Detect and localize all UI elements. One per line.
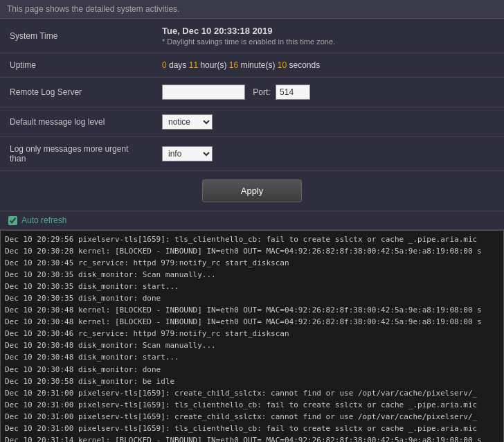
log-line: Dec 10 20:30:35 disk_monitor: done (5, 292, 499, 304)
system-time-value-cell: Tue, Dec 10 20:33:18 2019 * Daylight sav… (152, 19, 504, 53)
apply-row: Apply (0, 171, 504, 211)
log-line: Dec 10 20:30:48 disk_monitor: Scan manua… (5, 339, 499, 351)
port-label: Port: (253, 87, 270, 97)
remote-log-label: Remote Log Server (0, 78, 152, 107)
auto-refresh-row: Auto refresh (0, 211, 504, 230)
log-only-messages-value-cell: emerg alert crit err warning notice info… (152, 137, 504, 171)
apply-button[interactable]: Apply (202, 179, 303, 202)
log-only-messages-row: Log only messages more urgent than emerg… (0, 137, 504, 171)
remote-log-value-cell: Port: (152, 78, 504, 107)
log-line: Dec 10 20:30:46 rc_service: httpd 979:no… (5, 328, 499, 339)
remote-log-input[interactable] (162, 85, 245, 100)
log-only-messages-select[interactable]: emerg alert crit err warning notice info… (162, 146, 213, 161)
auto-refresh-checkbox[interactable] (8, 216, 17, 225)
system-time-note: * Daylight savings time is enabled in th… (162, 37, 494, 46)
form-table: System Time Tue, Dec 10 20:33:18 2019 * … (0, 19, 504, 171)
default-log-level-row: Default message log level emerg alert cr… (0, 107, 504, 137)
port-input[interactable] (276, 85, 310, 100)
log-line: Dec 10 20:30:48 disk_monitor: done (5, 364, 499, 375)
log-line: Dec 10 20:30:45 rc_service: httpd 979:no… (5, 257, 499, 269)
system-time-label: System Time (0, 19, 152, 53)
log-line: Dec 10 20:31:00 pixelserv-tls[1659]: cre… (5, 387, 499, 399)
default-log-level-label: Default message log level (0, 107, 152, 137)
log-only-messages-select-wrap: emerg alert crit err warning notice info… (162, 146, 213, 161)
remote-log-row: Remote Log Server Port: (0, 78, 504, 107)
top-bar: This page shows the detailed system acti… (0, 0, 504, 19)
log-line: Dec 10 20:30:48 kernel: [BLOCKED - INBOU… (5, 316, 499, 328)
auto-refresh-label: Auto refresh (21, 215, 66, 225)
log-line: Dec 10 20:31:14 kernel: [BLOCKED - INBOU… (5, 434, 499, 442)
log-line: Dec 10 20:31:00 pixelserv-tls[1659]: tls… (5, 399, 499, 411)
page-wrapper: This page shows the detailed system acti… (0, 0, 504, 442)
log-line: Dec 10 20:31:00 pixelserv-tls[1659]: cre… (5, 411, 499, 423)
log-line: Dec 10 20:30:28 kernel: [BLOCKED - INBOU… (5, 245, 499, 257)
log-line: Dec 10 20:30:48 kernel: [BLOCKED - INBOU… (5, 304, 499, 316)
log-line: Dec 10 20:30:58 disk_monitor: be idle (5, 375, 499, 387)
system-time-row: System Time Tue, Dec 10 20:33:18 2019 * … (0, 19, 504, 53)
log-line: Dec 10 20:29:56 pixelserv-tls[1659]: tls… (5, 233, 499, 245)
uptime-days: 0 days 11 hour(s) 16 minute(s) 10 second… (162, 60, 320, 70)
top-bar-text: This page shows the detailed system acti… (7, 4, 179, 14)
uptime-label: Uptime (0, 53, 152, 78)
log-line: Dec 10 20:30:35 disk_monitor: Scan manua… (5, 269, 499, 281)
log-area-wrapper[interactable]: Dec 10 20:29:56 pixelserv-tls[1659]: tls… (0, 230, 504, 442)
uptime-value-cell: 0 days 11 hour(s) 16 minute(s) 10 second… (152, 53, 504, 78)
default-log-level-select-wrap: emerg alert crit err warning notice info… (162, 114, 213, 130)
system-time-main: Tue, Dec 10 20:33:18 2019 (162, 26, 494, 36)
log-line: Dec 10 20:30:35 disk_monitor: start... (5, 281, 499, 292)
log-only-messages-label: Log only messages more urgent than (0, 137, 152, 171)
uptime-row: Uptime 0 days 11 hour(s) 16 minute(s) 10… (0, 53, 504, 78)
log-line: Dec 10 20:30:48 disk_monitor: start... (5, 351, 499, 363)
default-log-level-select[interactable]: emerg alert crit err warning notice info… (162, 114, 213, 130)
log-line: Dec 10 20:31:00 pixelserv-tls[1659]: tls… (5, 423, 499, 434)
log-content: Dec 10 20:29:56 pixelserv-tls[1659]: tls… (1, 231, 503, 442)
default-log-level-value-cell: emerg alert crit err warning notice info… (152, 107, 504, 137)
